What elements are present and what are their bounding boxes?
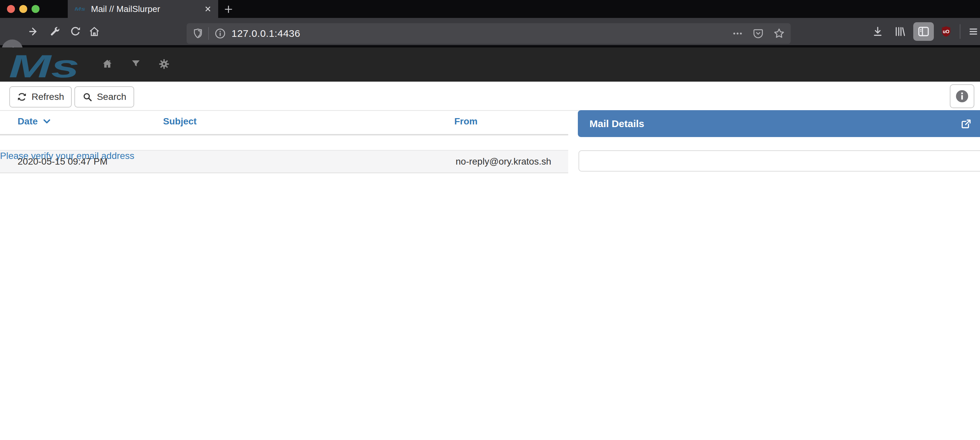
toolbar-divider — [960, 24, 960, 39]
column-header-date[interactable]: Date — [18, 116, 52, 127]
column-header-from: From — [454, 116, 477, 127]
app-home-icon — [102, 59, 113, 70]
sidebar-toggle-button[interactable] — [913, 22, 934, 41]
refresh-icon — [17, 92, 27, 102]
mail-from: no-reply@ory.kratos.sh — [456, 156, 551, 167]
toolbar-right-icons: uO — [869, 18, 979, 45]
info-circle-icon — [955, 89, 969, 103]
tab-favicon-mailslurper-icon: Ms — [75, 5, 86, 13]
app-settings-button[interactable] — [158, 59, 170, 70]
mail-details-body — [579, 150, 980, 172]
external-link-icon — [960, 118, 973, 130]
mail-date: 2020-05-15 09:47 PM — [18, 156, 108, 167]
macos-traffic-lights — [7, 5, 40, 13]
mail-list-row[interactable]: 2020-05-15 09:47 PM Please verify your e… — [0, 151, 568, 173]
window-zoom-button[interactable] — [32, 5, 40, 13]
browser-navigation-toolbar: 127.0.0.1:4436 — [0, 18, 980, 48]
tab-close-icon[interactable] — [204, 5, 212, 13]
table-header-border — [0, 134, 568, 135]
page-actions-ellipsis-icon[interactable] — [732, 28, 743, 39]
new-tab-button[interactable] — [222, 3, 235, 16]
mailslurper-navbar: Ms — [0, 48, 980, 82]
window-close-button[interactable] — [7, 5, 15, 13]
forward-arrow-icon — [30, 28, 36, 35]
url-bar[interactable]: 127.0.0.1:4436 — [187, 23, 791, 44]
gear-icon — [158, 59, 170, 70]
pocket-icon[interactable] — [752, 28, 764, 39]
browser-tab-bar: Ms Mail // MailSlurper — [0, 0, 980, 18]
search-button-label: Search — [97, 92, 127, 102]
mail-details-title: Mail Details — [589, 118, 644, 129]
browser-tab[interactable]: Ms Mail // MailSlurper — [68, 0, 218, 18]
mailslurper-logo: Ms — [7, 49, 82, 83]
hamburger-menu-icon[interactable] — [968, 26, 979, 37]
filter-funnel-icon — [130, 59, 141, 69]
home-button[interactable] — [88, 18, 100, 45]
search-button[interactable]: Search — [75, 86, 134, 108]
refresh-button[interactable]: Refresh — [9, 86, 72, 108]
library-icon[interactable] — [894, 25, 906, 38]
info-button[interactable] — [950, 84, 974, 108]
app-home-button[interactable] — [102, 59, 113, 70]
mail-actions-toolbar: Refresh Search — [0, 82, 980, 111]
page-actions — [732, 27, 785, 40]
svg-text:Ms: Ms — [75, 6, 85, 12]
wrench-icon — [49, 26, 60, 37]
urlbar-divider — [208, 27, 209, 40]
home-icon — [88, 25, 100, 38]
sort-descending-chevron-icon — [42, 116, 52, 126]
ublock-origin-icon[interactable]: uO — [940, 25, 953, 38]
url-text: 127.0.0.1:4436 — [231, 28, 300, 39]
tracking-protection-shield-icon[interactable] — [192, 28, 204, 39]
downloads-icon[interactable] — [872, 26, 883, 37]
bookmark-star-icon[interactable] — [773, 27, 785, 40]
reload-icon — [70, 26, 81, 37]
sidebar-icon — [917, 25, 930, 38]
developer-tools-button[interactable] — [49, 18, 60, 45]
open-in-new-window-button[interactable] — [960, 118, 973, 130]
site-info-icon[interactable] — [214, 27, 226, 40]
forward-button[interactable] — [28, 18, 39, 45]
search-icon — [82, 92, 92, 102]
svg-text:uO: uO — [943, 29, 950, 34]
refresh-button-label: Refresh — [32, 92, 64, 102]
column-header-subject: Subject — [163, 116, 197, 127]
mail-details-panel-header: Mail Details — [578, 110, 980, 137]
window-minimize-button[interactable] — [19, 5, 27, 13]
reload-button[interactable] — [70, 18, 81, 45]
main-content: Date Subject From 2020-05-15 09:47 PM Pl… — [0, 111, 980, 440]
tab-title: Mail // MailSlurper — [91, 4, 204, 14]
svg-text:Ms: Ms — [9, 49, 80, 83]
app-filter-button[interactable] — [130, 59, 142, 70]
